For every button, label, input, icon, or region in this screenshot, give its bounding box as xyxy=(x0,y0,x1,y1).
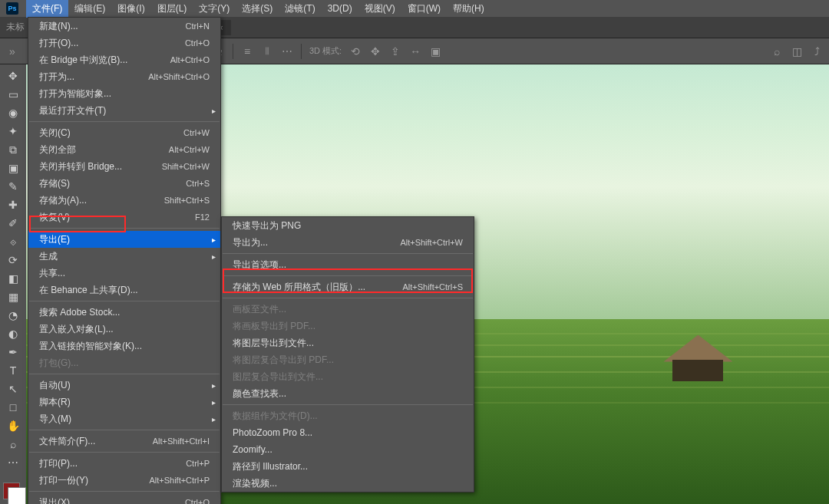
color-swatch[interactable] xyxy=(3,483,20,499)
file-menu-item-12[interactable]: 恢复(V)F12 xyxy=(28,209,220,226)
stamp-tool[interactable]: ⟐ xyxy=(3,233,23,250)
menu-item-label: 自动(U) xyxy=(39,379,210,392)
export-menu-item-9[interactable]: 将图层导出到文件... xyxy=(222,334,474,351)
file-menu-item-4[interactable]: 打开为智能对象... xyxy=(28,85,220,102)
menu-file[interactable]: 文件(F) xyxy=(26,0,68,18)
file-menu-item-25[interactable]: 脚本(R) xyxy=(28,394,220,410)
menu-item-shortcut: Ctrl+O xyxy=(185,38,210,48)
menu-item-shortcut: Ctrl+Q xyxy=(185,498,210,504)
file-menu-item-30[interactable]: 打印(P)...Ctrl+P xyxy=(28,455,220,472)
menu-item-shortcut: Ctrl+N xyxy=(186,21,210,31)
file-menu-item-15[interactable]: 生成 xyxy=(28,248,220,265)
file-menu-item-26[interactable]: 导入(M) xyxy=(28,410,220,427)
expand-icon[interactable]: » xyxy=(6,45,18,58)
export-menu-item-16[interactable]: Zoomify... xyxy=(222,441,474,458)
slide-3d-icon[interactable]: ↔ xyxy=(409,45,421,58)
frame-tool[interactable]: ▣ xyxy=(3,160,23,176)
menu-type[interactable]: 文字(Y) xyxy=(193,0,236,18)
path-tool[interactable]: ↖ xyxy=(3,380,23,397)
menu-item-label: 搜索 Adobe Stock... xyxy=(39,306,210,319)
move-tool[interactable]: ✥ xyxy=(3,68,23,84)
crop-tool[interactable]: ⧉ xyxy=(3,141,23,158)
type-tool[interactable]: T xyxy=(3,362,23,379)
export-menu-item-18[interactable]: 渲染视频... xyxy=(222,475,474,492)
menu-item-label: 路径到 Illustrator... xyxy=(233,460,463,473)
menu-item-shortcut: Alt+Ctrl+O xyxy=(170,55,210,64)
export-menu-item-3[interactable]: 导出首选项... xyxy=(222,256,474,273)
file-menu-item-7[interactable]: 关闭(C)Ctrl+W xyxy=(28,124,220,141)
lasso-tool[interactable]: ◉ xyxy=(3,104,23,121)
orbit-3d-icon[interactable]: ⟲ xyxy=(349,45,362,58)
file-menu-item-11[interactable]: 存储为(A)...Shift+Ctrl+S xyxy=(28,192,220,209)
dodge-tool[interactable]: ◐ xyxy=(3,325,23,342)
menu-item-label: 导出为... xyxy=(233,236,400,249)
file-menu-item-24[interactable]: 自动(U) xyxy=(28,377,220,394)
menu-item-label: 脚本(R) xyxy=(39,396,210,409)
wand-tool[interactable]: ✦ xyxy=(3,123,23,140)
dist-h-icon[interactable]: ≡ xyxy=(241,45,253,58)
menu-item-shortcut: Ctrl+P xyxy=(186,459,210,468)
eyedropper-tool[interactable]: ✎ xyxy=(3,178,23,195)
blur-tool[interactable]: ◔ xyxy=(3,307,23,324)
menu-item-label: 将图层复合导出到 PDF... xyxy=(233,354,463,367)
export-menu-item-5[interactable]: 存储为 Web 所用格式（旧版）...Alt+Shift+Ctrl+S xyxy=(222,278,474,295)
menu-item-label: 存储(S) xyxy=(39,177,186,190)
menu-edit[interactable]: 编辑(E) xyxy=(68,0,111,18)
file-menu-item-14[interactable]: 导出(E) xyxy=(28,231,220,248)
eraser-tool[interactable]: ◧ xyxy=(3,270,23,287)
menu-image[interactable]: 图像(I) xyxy=(111,0,150,18)
healing-tool[interactable]: ✚ xyxy=(3,196,23,213)
export-menu-item-17[interactable]: 路径到 Illustrator... xyxy=(222,458,474,475)
pan-3d-icon[interactable]: ✥ xyxy=(369,45,381,58)
export-menu-item-12[interactable]: 颜色查找表... xyxy=(222,385,474,402)
menu-item-shortcut: Alt+Shift+Ctrl+P xyxy=(149,476,210,485)
file-menu-item-28[interactable]: 文件简介(F)...Alt+Shift+Ctrl+I xyxy=(28,433,220,450)
file-menu-item-1[interactable]: 打开(O)...Ctrl+O xyxy=(28,35,220,51)
menu-item-label: 快速导出为 PNG xyxy=(233,219,463,232)
workspace-icon[interactable]: ◫ xyxy=(791,45,803,58)
history-brush-tool[interactable]: ⟳ xyxy=(3,252,23,268)
camera-3d-icon[interactable]: ▣ xyxy=(429,45,441,58)
menu-item-label: 存储为(A)... xyxy=(39,194,164,207)
pen-tool[interactable]: ✒ xyxy=(3,344,23,361)
file-menu-item-0[interactable]: 新建(N)...Ctrl+N xyxy=(28,18,220,35)
edit-toolbar[interactable]: ⋯ xyxy=(3,454,23,471)
menu-layer[interactable]: 图层(L) xyxy=(151,0,193,18)
file-menu-item-10[interactable]: 存储(S)Ctrl+S xyxy=(28,175,220,192)
file-menu-item-9[interactable]: 关闭并转到 Bridge...Shift+Ctrl+W xyxy=(28,158,220,175)
file-menu-item-3[interactable]: 打开为...Alt+Shift+Ctrl+O xyxy=(28,68,220,85)
hand-tool[interactable]: ✋ xyxy=(3,417,23,434)
menu-3d[interactable]: 3D(D) xyxy=(322,1,358,16)
file-menu-item-16[interactable]: 共享... xyxy=(28,265,220,282)
export-menu-item-15[interactable]: PhotoZoom Pro 8... xyxy=(222,424,474,441)
file-menu-item-8[interactable]: 关闭全部Alt+Ctrl+W xyxy=(28,141,220,158)
menu-item-shortcut: Alt+Ctrl+W xyxy=(169,145,210,154)
file-menu-item-20[interactable]: 置入嵌入对象(L)... xyxy=(28,321,220,338)
file-menu-item-2[interactable]: 在 Bridge 中浏览(B)...Alt+Ctrl+O xyxy=(28,51,220,68)
share-icon[interactable]: ⤴ xyxy=(811,45,823,58)
rectangle-tool[interactable]: □ xyxy=(3,399,23,416)
file-menu-item-31[interactable]: 打印一份(Y)Alt+Shift+Ctrl+P xyxy=(28,472,220,489)
file-menu-item-5[interactable]: 最近打开文件(T) xyxy=(28,102,220,119)
menu-window[interactable]: 窗口(W) xyxy=(401,0,447,18)
export-menu-item-1[interactable]: 导出为...Alt+Shift+Ctrl+W xyxy=(222,234,474,251)
file-menu-item-19[interactable]: 搜索 Adobe Stock... xyxy=(28,304,220,321)
marquee-tool[interactable]: ▭ xyxy=(3,86,23,103)
menu-item-label: 打印(P)... xyxy=(39,457,186,470)
more-icon[interactable]: ⋯ xyxy=(281,45,293,58)
gradient-tool[interactable]: ▦ xyxy=(3,288,23,305)
menu-view[interactable]: 视图(V) xyxy=(358,0,401,18)
brush-tool[interactable]: ✐ xyxy=(3,215,23,232)
zoom-tool[interactable]: ⌕ xyxy=(3,436,23,453)
export-menu-item-0[interactable]: 快速导出为 PNG xyxy=(222,217,474,234)
file-menu-item-17[interactable]: 在 Behance 上共享(D)... xyxy=(28,282,220,298)
search-icon[interactable]: ⌕ xyxy=(771,45,783,58)
separator xyxy=(233,44,233,59)
walk-3d-icon[interactable]: ⇪ xyxy=(389,45,401,58)
file-menu-item-33[interactable]: 退出(X)Ctrl+Q xyxy=(28,494,220,504)
dist-v-icon[interactable]: ⫴ xyxy=(261,45,273,58)
menu-select[interactable]: 选择(S) xyxy=(236,0,279,18)
menu-filter[interactable]: 滤镜(T) xyxy=(279,0,321,18)
menu-help[interactable]: 帮助(H) xyxy=(447,0,490,18)
file-menu-item-21[interactable]: 置入链接的智能对象(K)... xyxy=(28,338,220,354)
